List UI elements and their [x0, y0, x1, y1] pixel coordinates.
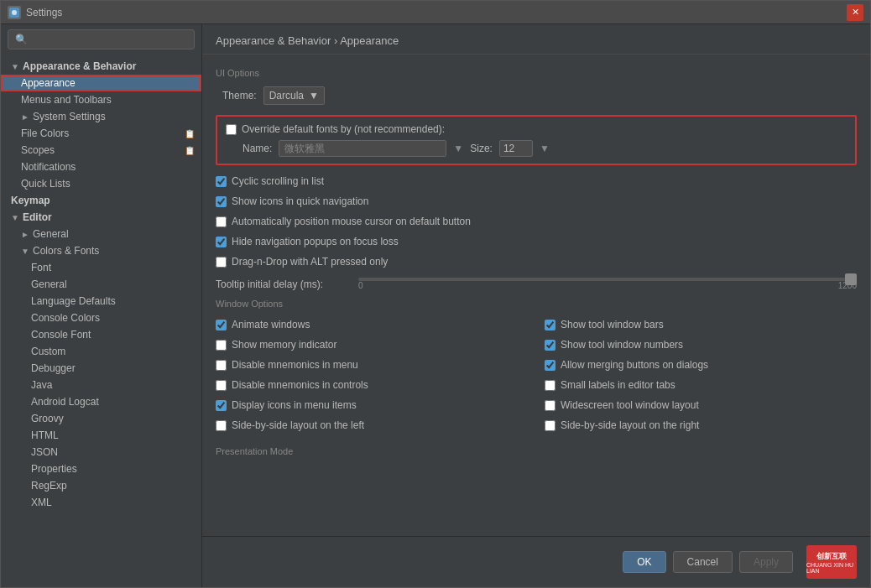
sidebar-item-system-settings[interactable]: ► System Settings — [1, 108, 201, 125]
sidebar-item-label: Menus and Toolbars — [21, 94, 112, 106]
sidebar-item-label: Groovy — [31, 413, 64, 424]
show-memory-checkbox[interactable] — [216, 340, 227, 351]
small-labels-label: Small labels in editor tabs — [561, 379, 675, 391]
side-by-side-left-checkbox[interactable] — [216, 420, 227, 431]
sidebar-item-appearance[interactable]: Appearance — [1, 75, 201, 91]
sidebar-item-label: Editor — [23, 211, 52, 223]
show-tool-numbers-checkbox[interactable] — [545, 340, 555, 351]
sidebar-item-font[interactable]: Font — [1, 259, 201, 276]
allow-merging-checkbox[interactable] — [545, 360, 555, 371]
tooltip-label: Tooltip initial delay (ms): — [216, 278, 350, 290]
allow-merging-label: Allow merging buttons on dialogs — [561, 359, 708, 371]
sidebar-item-html[interactable]: HTML — [1, 427, 201, 444]
sidebar-item-editor[interactable]: ▼ Editor — [1, 209, 201, 226]
sidebar-item-file-colors[interactable]: File Colors 📋 — [1, 125, 201, 142]
slider-min: 0 — [358, 281, 363, 290]
sidebar-item-general2[interactable]: General — [1, 276, 201, 293]
sidebar-item-notifications[interactable]: Notifications — [1, 159, 201, 175]
show-tool-bars-label: Show tool window bars — [561, 319, 664, 330]
checkbox-side-by-side-left: Side-by-side layout on the left — [216, 418, 528, 433]
drag-drop-label: Drag-n-Drop with ALT pressed only — [232, 256, 388, 268]
sidebar-item-label: Java — [31, 379, 52, 391]
sidebar-item-label: XML — [31, 497, 52, 508]
sidebar-item-menus-toolbars[interactable]: Menus and Toolbars — [1, 91, 201, 108]
override-checkbox[interactable] — [226, 124, 237, 135]
ok-button[interactable]: OK — [623, 551, 665, 573]
sidebar-item-label: General — [31, 278, 67, 290]
checkbox-auto-position: Automatically position mouse cursor on d… — [216, 214, 857, 229]
checkbox-show-tool-bars: Show tool window bars — [545, 317, 857, 332]
display-icons-menu-checkbox[interactable] — [216, 400, 227, 411]
checkbox-cyclic-scrolling: Cyclic scrolling in list — [216, 174, 857, 189]
content-area: UI Options Theme: Darcula ▼ Override def… — [202, 55, 870, 536]
font-name-input[interactable] — [279, 140, 446, 157]
show-icons-quick-nav-checkbox[interactable] — [216, 196, 227, 207]
cyclic-scrolling-checkbox[interactable] — [216, 176, 227, 187]
animate-windows-label: Animate windows — [232, 319, 310, 330]
sidebar-item-appearance-behavior[interactable]: ▼ Appearance & Behavior — [1, 58, 201, 75]
sidebar-item-label: General — [33, 228, 69, 240]
sidebar-item-properties[interactable]: Properties — [1, 461, 201, 477]
disable-mnemonics-menu-checkbox[interactable] — [216, 360, 227, 371]
widescreen-checkbox[interactable] — [545, 400, 555, 411]
sidebar-item-xml[interactable]: XML — [1, 494, 201, 511]
small-labels-checkbox[interactable] — [545, 380, 555, 391]
dropdown-arrow-icon: ▼ — [309, 90, 319, 101]
sidebar-item-keymap[interactable]: Keymap — [1, 192, 201, 209]
show-tool-bars-checkbox[interactable] — [545, 320, 555, 330]
sidebar-item-console-font[interactable]: Console Font — [1, 326, 201, 343]
close-button[interactable]: ✕ — [847, 4, 863, 21]
sidebar-item-colors-fonts[interactable]: ▼ Colors & Fonts — [1, 242, 201, 259]
sidebar-item-label: Quick Lists — [21, 178, 70, 190]
sidebar-item-label: Notifications — [21, 161, 76, 173]
bottom-bar: OK Cancel Apply 创新互联 CHUANG XIN HU LIAN — [202, 536, 870, 587]
hide-nav-popups-label: Hide navigation popups on focus loss — [232, 236, 399, 247]
sidebar-item-language-defaults[interactable]: Language Defaults — [1, 293, 201, 310]
sidebar-item-label: Font — [31, 262, 51, 273]
sidebar-item-label: Android Logcat — [31, 396, 99, 408]
sidebar-item-label: Console Colors — [31, 312, 100, 324]
title-bar: Settings ✕ — [1, 1, 870, 24]
sidebar-item-label: Debugger — [31, 362, 76, 374]
font-size-input[interactable] — [499, 140, 533, 157]
sidebar-item-quick-lists[interactable]: Quick Lists — [1, 175, 201, 192]
ui-checkboxes: Cyclic scrolling in list Show icons in q… — [216, 174, 857, 269]
sidebar-item-label: Language Defaults — [31, 295, 116, 307]
auto-position-label: Automatically position mouse cursor on d… — [232, 216, 471, 227]
sidebar-item-regexp[interactable]: RegExp — [1, 477, 201, 494]
sidebar-item-groovy[interactable]: Groovy — [1, 410, 201, 427]
display-icons-menu-label: Display icons in menu items — [232, 399, 357, 411]
arrow-icon: ▼ — [11, 62, 19, 71]
search-input[interactable] — [33, 34, 187, 45]
apply-button[interactable]: Apply — [739, 551, 793, 573]
sidebar-item-console-colors[interactable]: Console Colors — [1, 310, 201, 326]
sidebar-item-label: Scopes — [21, 144, 55, 156]
show-memory-label: Show memory indicator — [232, 339, 336, 351]
search-box[interactable]: 🔍 — [8, 29, 195, 49]
sidebar-item-json[interactable]: JSON — [1, 444, 201, 461]
drag-drop-checkbox[interactable] — [216, 257, 227, 268]
window-title: Settings — [26, 7, 847, 18]
sidebar-item-android-logcat[interactable]: Android Logcat — [1, 393, 201, 410]
sidebar-item-scopes[interactable]: Scopes 📋 — [1, 142, 201, 159]
cancel-button[interactable]: Cancel — [673, 551, 733, 573]
slider-max: 1200 — [838, 281, 857, 290]
hide-nav-popups-checkbox[interactable] — [216, 237, 227, 247]
disable-mnemonics-menu-label: Disable mnemonics in menu — [232, 359, 358, 371]
side-by-side-left-label: Side-by-side layout on the left — [232, 419, 364, 431]
cyclic-scrolling-label: Cyclic scrolling in list — [232, 175, 324, 187]
watermark: 创新互联 CHUANG XIN HU LIAN — [806, 545, 857, 579]
side-by-side-right-checkbox[interactable] — [545, 420, 555, 431]
arrow-icon: ► — [21, 230, 29, 239]
animate-windows-checkbox[interactable] — [216, 320, 227, 330]
sidebar-item-debugger[interactable]: Debugger — [1, 360, 201, 377]
sidebar-item-custom[interactable]: Custom — [1, 343, 201, 360]
arrow-icon: ▼ — [21, 247, 29, 256]
auto-position-checkbox[interactable] — [216, 216, 227, 227]
size-dropdown-icon: ▼ — [540, 143, 550, 154]
disable-mnemonics-controls-checkbox[interactable] — [216, 380, 227, 391]
sidebar-item-general[interactable]: ► General — [1, 226, 201, 242]
window-options-left: Animate windows Show memory indicator Di… — [216, 317, 528, 438]
theme-select[interactable]: Darcula ▼ — [263, 86, 325, 105]
sidebar-item-java[interactable]: Java — [1, 377, 201, 393]
